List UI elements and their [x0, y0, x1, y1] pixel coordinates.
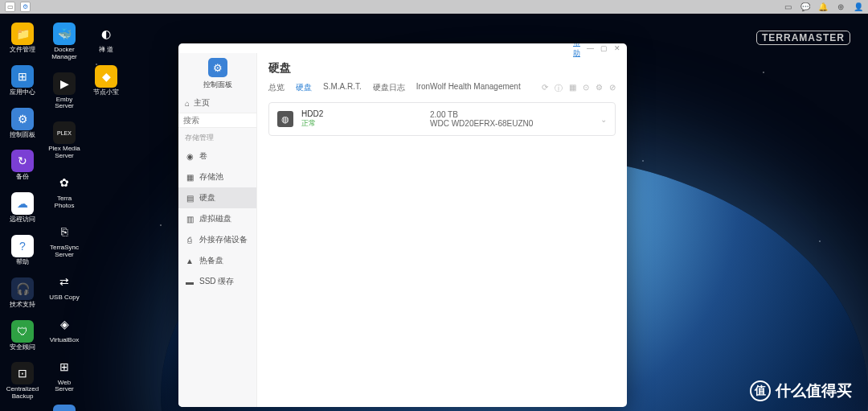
- help-icon: ?: [11, 235, 34, 257]
- bell-icon[interactable]: 🔔: [818, 2, 828, 12]
- disk-status: 正常: [301, 118, 422, 129]
- usb-copy-icon: ⇄: [53, 270, 76, 293]
- tool-settings-icon[interactable]: ⚙: [596, 83, 603, 94]
- security-advisor-icon: 🛡: [11, 320, 34, 343]
- sidebar-item-label: 卷: [199, 150, 207, 162]
- desktop-icon-usb-copy[interactable]: ⇄USB Copy: [48, 270, 80, 302]
- minimize-button[interactable]: —: [587, 44, 594, 52]
- external-icon: ⎙: [185, 236, 194, 245]
- tab-overview[interactable]: 总览: [268, 82, 285, 95]
- sidebar-group-label: 存储管理: [178, 128, 256, 146]
- desktop-icon-tech-support[interactable]: 🎧技术支持: [6, 277, 39, 309]
- desktop-icon-label: 节点小宝: [93, 89, 119, 97]
- desktop-icon-remote-access[interactable]: ☁远程访问: [6, 192, 39, 224]
- desktop-icon-emby-server[interactable]: ▶Emby Server: [48, 72, 80, 111]
- tool-grid-icon[interactable]: ▦: [569, 83, 576, 94]
- chat-icon[interactable]: 💬: [800, 2, 810, 12]
- control-panel-icon: ⚙: [11, 108, 34, 130]
- sidebar-item-hot-spare[interactable]: ▲热备盘: [178, 250, 256, 271]
- desktop-icon-label: Plex Media Server: [48, 146, 80, 160]
- terrasync-server-icon: ⎘: [53, 220, 76, 243]
- desktop-icon-label: TerraSync Server: [50, 245, 79, 259]
- desktop-icon-label: 安全顾问: [10, 344, 35, 351]
- tabs: 总览硬盘S.M.A.R.T.硬盘日志IronWolf Health Manage…: [268, 82, 616, 96]
- taskbar-app-desktop[interactable]: ▭: [5, 2, 15, 12]
- chan-dao-icon: ◐: [95, 23, 117, 45]
- tool-refresh-icon[interactable]: ⟳: [542, 83, 548, 94]
- sidebar-item-virtual-disk[interactable]: ▥虚拟磁盘: [178, 208, 256, 229]
- app-center-icon: ⊞: [11, 65, 34, 88]
- desktop-icon-label: 远程访问: [10, 216, 35, 224]
- main-panel: 硬盘 总览硬盘S.M.A.R.T.硬盘日志IronWolf Health Man…: [257, 53, 627, 407]
- desktop-icon-label: Web Server: [48, 380, 80, 394]
- sidebar-search[interactable]: ⌕: [178, 113, 256, 128]
- desktop-icon-chan-dao[interactable]: ◐禅 道: [90, 23, 122, 54]
- screen-icon[interactable]: ▭: [783, 2, 792, 12]
- desktop-icon-docker-manager[interactable]: 🐳Docker Manager: [48, 23, 80, 61]
- tool-eject-icon[interactable]: ⊘: [609, 83, 616, 94]
- desktop-icon-label: Terra Photos: [48, 195, 80, 210]
- tab-smart[interactable]: S.M.A.R.T.: [323, 82, 362, 95]
- terra-photos-icon: ✿: [53, 171, 76, 194]
- tab-disk-log[interactable]: 硬盘日志: [373, 82, 405, 95]
- desktop-icon-centralized-backup[interactable]: ⊡Centralized Backup: [6, 362, 39, 401]
- tab-ironwolf[interactable]: IronWolf Health Management: [416, 82, 521, 95]
- qbittorrent-icon: qb: [53, 405, 76, 411]
- control-panel-window: 帮助 — ▢ ✕ ⚙ 控制面板 ⌂ 主页 ⌕ 存储管理 ◉卷▦存储池▤硬盘▥虚拟…: [178, 43, 627, 407]
- desktop-icon-terra-photos[interactable]: ✿Terra Photos: [48, 171, 80, 210]
- hdd-icon: ◍: [277, 111, 293, 127]
- sidebar-item-label: 虚拟磁盘: [199, 213, 231, 224]
- web-server-icon: ⊞: [53, 356, 76, 378]
- desktop-icon-label: USB Copy: [49, 294, 79, 302]
- ssd-cache-icon: ▬: [185, 277, 194, 286]
- desktop-icon-terrasync-server[interactable]: ⎘TerraSync Server: [48, 220, 80, 259]
- desktop-icon-node-xiaobao[interactable]: ◆节点小宝: [90, 65, 122, 97]
- desktop-icon-label: Docker Manager: [51, 47, 77, 61]
- sidebar-item-label: 外接存储设备: [199, 234, 248, 245]
- desktop-icon-qbittorrent[interactable]: qbqBittorrent: [48, 405, 80, 411]
- tool-locate-icon[interactable]: ⊙: [583, 83, 589, 94]
- sidebar-home[interactable]: ⌂ 主页: [178, 93, 256, 113]
- desktop-icon-label: 帮助: [16, 259, 29, 266]
- close-button[interactable]: ✕: [614, 44, 620, 52]
- user-icon[interactable]: 👤: [854, 2, 863, 12]
- watermark-icon: 值: [750, 380, 771, 401]
- desktop-icon-label: 禅 道: [99, 47, 113, 54]
- chevron-down-icon: ⌄: [600, 115, 607, 124]
- watermark: 值 什么值得买: [750, 380, 852, 401]
- disk-row[interactable]: ◍ HDD2 正常 2.00 TB WDC WD20EFRX-68EUZN0 ⌄: [268, 102, 616, 136]
- tool-info-icon[interactable]: ⓘ: [555, 83, 563, 94]
- desktop-icon-label: Emby Server: [48, 97, 80, 111]
- desktop-icon-security-advisor[interactable]: 🛡安全顾问: [6, 320, 39, 351]
- disk-size: 2.00 TB: [430, 110, 592, 119]
- desktop-icon-control-panel[interactable]: ⚙控制面板: [6, 108, 39, 139]
- taskbar-app-control-panel[interactable]: ⚙: [20, 2, 31, 12]
- sidebar-home-label: 主页: [194, 97, 210, 109]
- plex-media-server-icon: PLEX: [53, 121, 76, 144]
- desktop-icon-label: 控制面板: [10, 132, 35, 139]
- globe-icon[interactable]: ⊕: [836, 2, 845, 12]
- sidebar-item-ssd-cache[interactable]: ▬SSD 缓存: [178, 271, 256, 292]
- desktop-icon-label: VirtualBox: [50, 337, 79, 344]
- desktop-icon-backup[interactable]: ↻备份: [6, 150, 39, 181]
- app-icon: ⚙: [208, 58, 227, 77]
- sidebar-item-volume[interactable]: ◉卷: [178, 146, 256, 166]
- window-titlebar: 帮助 — ▢ ✕: [178, 43, 627, 53]
- maximize-button[interactable]: ▢: [600, 44, 608, 52]
- sidebar-item-pool[interactable]: ▦存储池: [178, 166, 256, 187]
- desktop-icon-help[interactable]: ?帮助: [6, 235, 39, 266]
- desktop-icon-web-server[interactable]: ⊞Web Server: [48, 356, 80, 394]
- desktop-icon-plex-media-server[interactable]: PLEXPlex Media Server: [48, 121, 80, 160]
- taskbar: ▭ ⚙ ▭ 💬 🔔 ⊕ 👤: [0, 0, 868, 14]
- docker-manager-icon: 🐳: [53, 23, 76, 45]
- desktop-icon-file-manager[interactable]: 📁文件管理: [6, 23, 39, 54]
- sidebar-item-label: 硬盘: [199, 192, 215, 203]
- remote-access-icon: ☁: [11, 192, 34, 215]
- virtualbox-icon: ◈: [53, 313, 76, 335]
- tab-disk[interactable]: 硬盘: [296, 82, 312, 95]
- sidebar-item-disk[interactable]: ▤硬盘: [178, 187, 256, 208]
- desktop-icon-virtualbox[interactable]: ◈VirtualBox: [48, 313, 80, 344]
- desktop-icon-app-center[interactable]: ⊞应用中心: [6, 65, 39, 97]
- sidebar-item-external[interactable]: ⎙外接存储设备: [178, 229, 256, 250]
- file-manager-icon: 📁: [11, 23, 34, 45]
